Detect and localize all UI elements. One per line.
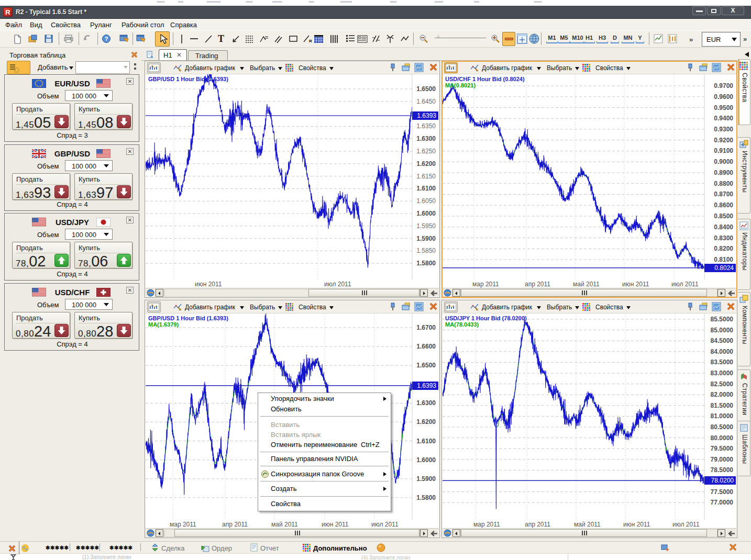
svg-text:T: T <box>218 33 224 44</box>
svg-text:?: ? <box>105 36 108 42</box>
svg-text:R: R <box>309 39 312 43</box>
